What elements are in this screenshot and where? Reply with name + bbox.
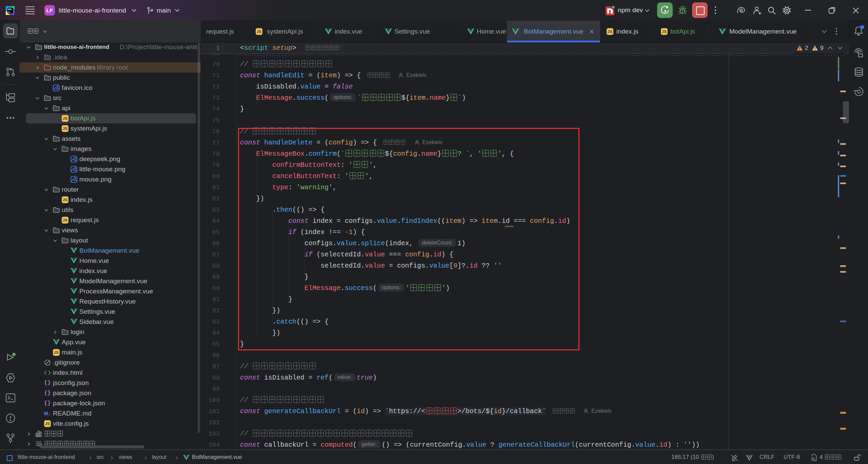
svg-text:WS: WS	[8, 8, 12, 11]
